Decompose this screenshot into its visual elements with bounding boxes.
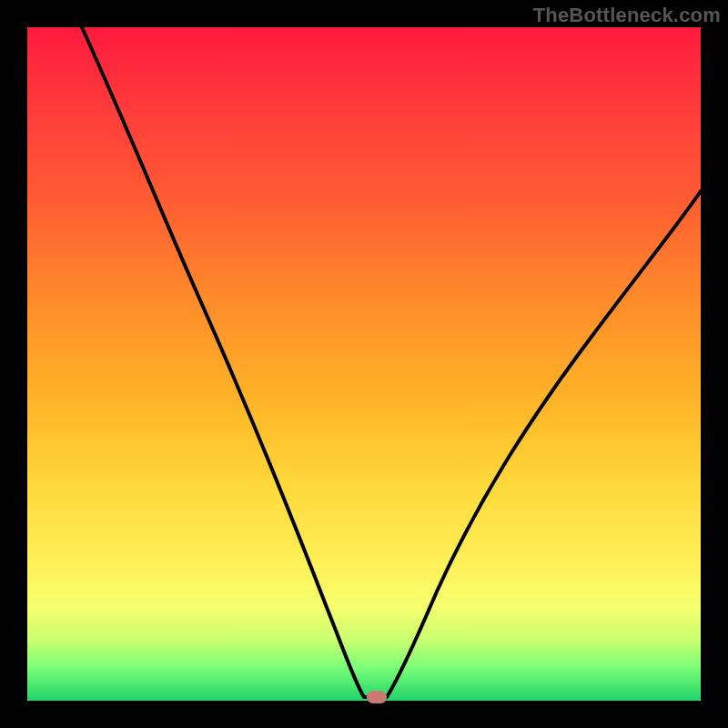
attribution-label: TheBottleneck.com bbox=[533, 4, 721, 27]
chart-frame: TheBottleneck.com bbox=[0, 0, 728, 728]
valley-marker bbox=[367, 691, 387, 703]
bottleneck-curve bbox=[27, 27, 701, 701]
